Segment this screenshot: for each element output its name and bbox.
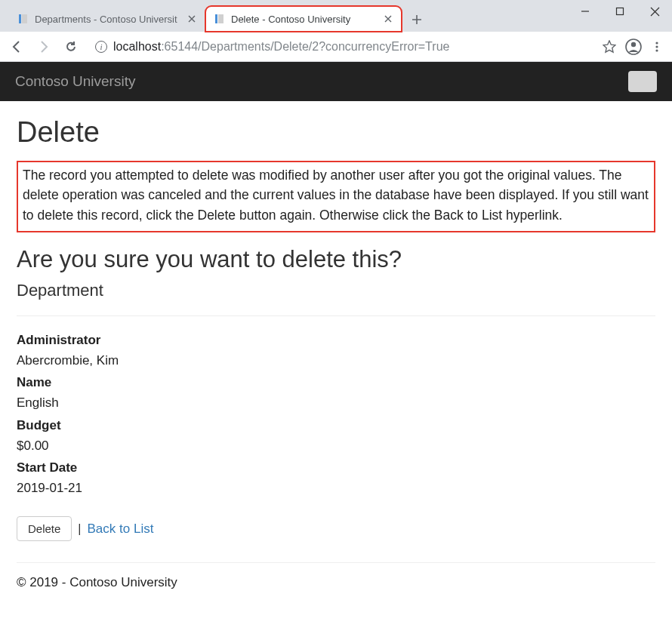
form-actions: Delete | Back to List — [17, 516, 655, 541]
back-button[interactable] — [6, 36, 27, 57]
administrator-value: Abercrombie, Kim — [17, 350, 655, 371]
name-label: Name — [17, 372, 655, 392]
forward-button[interactable] — [33, 36, 54, 57]
maximize-button[interactable] — [603, 0, 637, 23]
actions-separator: | — [78, 522, 81, 536]
url-path: /Departments/Delete/2?concurrencyError=T… — [198, 40, 449, 53]
browser-tabs: Departments - Contoso Universit Delete -… — [9, 6, 427, 32]
details-list: Administrator Abercrombie, Kim Name Engl… — [17, 330, 655, 499]
footer-divider — [17, 562, 655, 563]
close-icon[interactable] — [186, 13, 198, 25]
svg-rect-4 — [617, 8, 624, 15]
site-info-icon[interactable]: i — [95, 41, 107, 53]
url-text: localhost:65144/Departments/Delete/2?con… — [113, 40, 449, 54]
reload-button[interactable] — [60, 36, 82, 57]
budget-label: Budget — [17, 415, 655, 435]
browser-tab-inactive[interactable]: Departments - Contoso Universit — [9, 6, 205, 32]
page-footer: © 2019 - Contoso University — [17, 575, 655, 590]
divider — [17, 315, 655, 316]
navbar-brand[interactable]: Contoso University — [15, 73, 135, 90]
back-to-list-link[interactable]: Back to List — [88, 522, 154, 537]
svg-rect-2 — [215, 14, 217, 23]
delete-button[interactable]: Delete — [17, 516, 72, 541]
svg-point-9 — [655, 49, 658, 51]
svg-point-6 — [631, 42, 636, 46]
start-date-label: Start Date — [17, 457, 655, 478]
window-controls — [568, 0, 672, 26]
address-bar[interactable]: i localhost:65144/Departments/Delete/2?c… — [88, 35, 596, 58]
entity-name: Department — [17, 281, 655, 300]
svg-rect-1 — [22, 14, 27, 23]
administrator-label: Administrator — [17, 330, 655, 350]
confirm-heading: Are you sure you want to delete this? — [17, 246, 655, 273]
app-navbar: Contoso University — [0, 62, 672, 101]
svg-point-7 — [655, 42, 658, 44]
page-favicon-icon — [17, 13, 29, 25]
close-window-button[interactable] — [637, 0, 672, 23]
kebab-menu-icon[interactable] — [651, 41, 663, 53]
url-port: :65144 — [161, 40, 198, 53]
start-date-value: 2019-01-21 — [17, 478, 655, 498]
browser-tab-active[interactable]: Delete - Contoso University — [205, 6, 402, 32]
name-value: English — [17, 392, 655, 413]
close-icon[interactable] — [382, 13, 394, 25]
window-titlebar: Departments - Contoso Universit Delete -… — [0, 0, 672, 32]
minimize-button[interactable] — [568, 0, 603, 23]
budget-value: $0.00 — [17, 435, 655, 456]
page-content: Delete The record you attempted to delet… — [0, 101, 672, 605]
tab-title: Delete - Contoso University — [231, 14, 376, 25]
bookmark-star-icon[interactable] — [603, 40, 616, 54]
tab-title: Departments - Contoso Universit — [35, 14, 180, 25]
profile-icon[interactable] — [625, 38, 642, 55]
navbar-toggle-button[interactable] — [628, 71, 657, 92]
new-tab-button[interactable] — [406, 9, 427, 30]
url-host: localhost — [113, 40, 161, 53]
page-title: Delete — [17, 116, 655, 149]
browser-toolbar: i localhost:65144/Departments/Delete/2?c… — [0, 32, 672, 62]
svg-point-8 — [655, 45, 658, 48]
svg-rect-3 — [218, 14, 223, 23]
concurrency-error-message: The record you attempted to delete was m… — [17, 161, 655, 232]
page-favicon-icon — [213, 13, 225, 25]
svg-rect-0 — [19, 14, 21, 23]
